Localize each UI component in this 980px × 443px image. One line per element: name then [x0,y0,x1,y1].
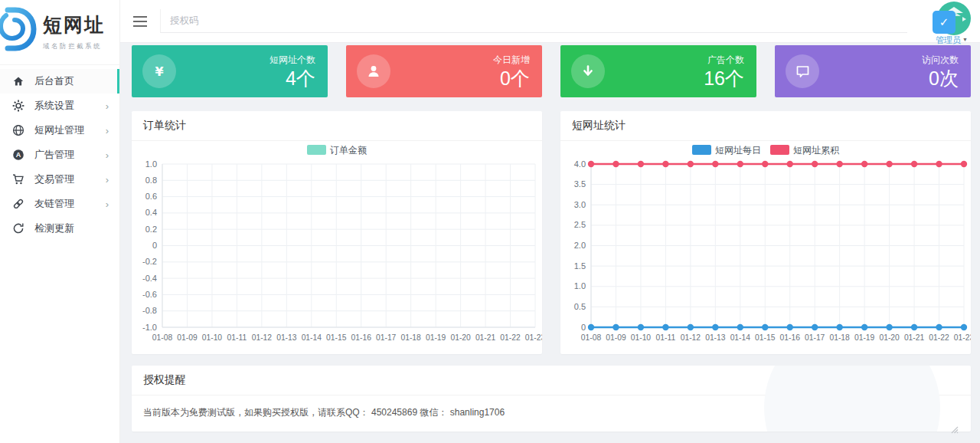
sidebar-item-system-settings[interactable]: 系统设置 › [0,94,119,118]
stat-card-visit-count: 访问次数 0次 [775,45,971,97]
sidebar-item-label: 短网址管理 [34,123,106,137]
data-point [886,161,892,167]
sidebar: 短网址 域名防拦截系统 后台首页 [0,0,120,443]
legend-label: 订单金额 [330,145,367,156]
y-tick-label: 0 [581,323,586,332]
data-point [961,324,967,330]
stat-value: 0次 [819,68,959,90]
legend-item[interactable]: 短网址累积 [770,145,840,156]
x-tick-label: 01-13 [705,333,726,342]
stat-label: 今日新增 [390,54,530,67]
resize-grip-icon[interactable] [949,423,959,437]
ad-icon: A [12,149,24,161]
x-tick-label: 01-09 [606,333,626,342]
svg-text:A: A [16,151,21,159]
x-tick-label: 01-19 [854,333,875,342]
y-tick-label: 1.0 [145,159,157,169]
globe-icon [12,124,24,136]
sidebar-item-label: 检测更新 [34,222,109,235]
data-point [836,324,842,330]
x-tick-label: 01-18 [400,333,421,342]
y-tick-label: 0.4 [145,208,157,217]
app-logo-icon [0,5,40,60]
chevron-right-icon: › [106,126,109,136]
legend-swatch [692,145,711,155]
x-tick-label: 01-17 [376,333,397,342]
data-point [688,324,694,330]
cart-icon [12,173,24,185]
sidebar-item-label: 友链管理 [34,197,106,211]
y-tick-label: 1.5 [574,261,586,271]
logo: 短网址 域名防拦截系统 [0,0,119,65]
shorturl-chart-panel: 短网址统计 4.03.53.02.52.01.51.00.5001-0801-0… [560,111,971,354]
stat-value: 4个 [176,68,315,90]
data-point [836,161,842,167]
comment-icon [786,54,819,88]
legend-label: 短网址每日 [715,145,761,156]
panel-title: 短网址统计 [560,111,971,141]
hamburger-menu-icon[interactable] [120,0,160,42]
user-dropdown[interactable]: ✓ 管理员▼ [929,2,974,46]
x-tick-label: 01-22 [929,333,949,342]
down-arrow-icon [571,54,605,88]
data-point [812,161,818,167]
data-point [911,324,917,330]
sidebar-item-label: 系统设置 [34,99,106,113]
x-tick-label: 01-16 [351,333,372,342]
orders-chart-panel: 订单统计 1.00.80.60.40.20-0.2-0.4-0.6-0.8-1.… [132,111,542,354]
app-title: 短网址 [43,12,105,38]
x-tick-label: 01-21 [475,333,496,342]
x-tick-label: 01-11 [227,333,247,342]
license-text: 当前版本为免费测试版，如果购买授权版，请联系QQ： 450245869 微信： … [132,395,971,432]
chevron-right-icon: › [106,175,109,185]
stat-value: 16个 [605,68,744,90]
sidebar-item-check-update[interactable]: 检测更新 [0,216,119,241]
stat-label: 短网址个数 [176,54,315,67]
sidebar-menu: 后台首页 系统设置 › [0,65,119,241]
x-tick-label: 01-13 [276,333,297,342]
sidebar-item-friendlink-management[interactable]: 友链管理 › [0,192,119,216]
x-tick-label: 01-23 [525,333,542,342]
y-tick-label: 3.5 [574,179,586,189]
y-tick-label: 3.0 [574,200,586,209]
x-tick-label: 01-10 [631,333,652,342]
data-point [812,324,818,330]
legend-swatch [770,145,789,155]
y-tick-label: 0.5 [574,302,586,311]
y-tick-label: -0.4 [142,274,157,283]
gear-icon [12,100,24,112]
x-tick-label: 01-08 [581,333,602,342]
y-tick-label: -1.0 [142,323,157,332]
caret-down-icon: ▼ [962,37,968,42]
data-point [961,161,967,167]
data-point [612,161,619,167]
legend-item[interactable]: 订单金额 [307,145,367,156]
chevron-right-icon: › [106,199,109,209]
y-tick-label: -0.2 [142,257,157,266]
data-point [712,161,718,167]
y-tick-label: -0.6 [142,290,157,299]
data-point [737,161,743,167]
person-icon [357,54,390,88]
legend-item[interactable]: 短网址每日 [692,145,761,156]
x-tick-label: 01-18 [829,333,850,342]
sidebar-item-transaction-management[interactable]: 交易管理 › [0,167,119,192]
app-subtitle: 域名防拦截系统 [43,42,105,51]
legend-label: 短网址累积 [793,145,840,156]
x-tick-label: 01-16 [780,333,801,342]
charts-row: 订单统计 1.00.80.60.40.20-0.2-0.4-0.6-0.8-1.… [132,111,971,354]
stat-label: 广告个数 [605,54,744,67]
license-code-input[interactable] [161,9,907,32]
x-tick-label: 01-08 [152,333,173,342]
y-tick-label: 4.0 [574,159,586,169]
y-tick-label: 0.2 [145,225,157,234]
y-tick-label: 0 [152,241,157,250]
user-name: 管理员 [936,35,961,44]
sidebar-item-home[interactable]: 后台首页 [0,69,119,94]
data-point [936,161,942,167]
sidebar-item-ad-management[interactable]: A 广告管理 › [0,143,119,167]
x-tick-label: 01-12 [252,333,273,342]
sidebar-item-label: 广告管理 [34,148,106,162]
sidebar-item-shorturl-management[interactable]: 短网址管理 › [0,118,119,143]
home-icon [12,75,24,87]
